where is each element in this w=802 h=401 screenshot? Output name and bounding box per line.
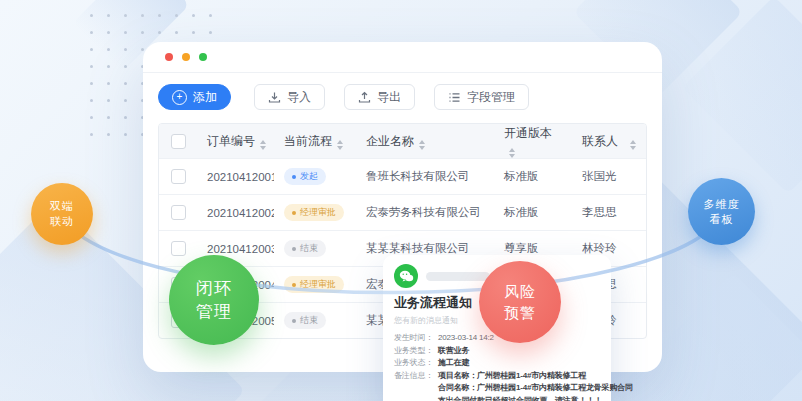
badge-text: 管理 (196, 300, 232, 323)
field-value: 2023-03-14 14:2 (438, 332, 494, 345)
notification-fields: 发生时间：2023-03-14 14:2业务类型：联营业务业务状态：施工在建备注… (394, 332, 600, 401)
company-cell: 宏泰劳务科技有限公司 (356, 194, 494, 230)
export-button[interactable]: 导出 (344, 84, 415, 110)
canvas: 添加 导入 导出 (0, 0, 802, 401)
sort-icon[interactable] (260, 140, 266, 150)
field-manage-button-label: 字段管理 (467, 89, 515, 106)
maximize-window-icon[interactable] (199, 53, 207, 61)
status-badge: 结束 (284, 240, 326, 257)
bg-shape (682, 0, 802, 194)
close-window-icon[interactable] (165, 53, 173, 61)
badge-text: 预警 (504, 302, 536, 323)
toolbar: 添加 导入 导出 (143, 73, 662, 119)
field-value: 联营业务 (438, 345, 469, 358)
field-label: 业务状态： (394, 357, 438, 370)
badge-text: 看板 (710, 212, 734, 227)
status-badge: 发起 (284, 168, 326, 185)
row-checkbox[interactable] (171, 241, 186, 256)
header-company: 企业名称 (356, 124, 494, 158)
header-version: 开通版本 (494, 124, 572, 158)
feature-badge-dual-link: 双端 联动 (31, 183, 93, 245)
order-cell: 20210412001 (197, 158, 274, 194)
field-value: 项目名称：广州碧桂园1-4#市内精装修工程 (438, 370, 586, 383)
import-icon (268, 91, 281, 104)
table-row: 20210412001发起鲁班长科技有限公司标准版张国光 (159, 158, 646, 194)
notification-field: 备注信息：项目名称：广州碧桂园1-4#市内精装修工程 (394, 370, 600, 383)
sort-icon[interactable] (630, 140, 636, 150)
sort-icon[interactable] (337, 140, 343, 150)
status-badge: 经理审批 (284, 204, 344, 221)
window-titlebar (143, 42, 662, 73)
select-all-checkbox[interactable] (171, 134, 186, 149)
table-row: 20210412002经理审批宏泰劳务科技有限公司标准版李思思 (159, 194, 646, 230)
list-settings-icon (448, 91, 461, 104)
badge-text: 闭环 (196, 277, 232, 300)
add-button-label: 添加 (193, 89, 217, 106)
field-value: 支出合同付款已经超过合同收票，请注意！！！ (438, 395, 602, 401)
field-label: 备注信息： (394, 370, 438, 383)
field-label (394, 395, 438, 401)
feature-badge-risk-alert: 风险 预警 (479, 261, 561, 343)
badge-text: 联动 (50, 214, 74, 229)
company-cell: 鲁班长科技有限公司 (356, 158, 494, 194)
header-contact: 联系人 (572, 124, 646, 158)
sort-icon[interactable] (419, 140, 425, 150)
export-icon (358, 91, 371, 104)
status-badge: 经理审批 (284, 276, 344, 293)
import-button[interactable]: 导入 (254, 84, 325, 110)
field-manage-button[interactable]: 字段管理 (434, 84, 529, 110)
field-value: 施工在建 (438, 357, 469, 370)
feature-badge-dashboard: 多维度 看板 (688, 178, 755, 245)
sort-icon[interactable] (509, 148, 515, 158)
header-flow: 当前流程 (274, 124, 356, 158)
contact-cell: 张国光 (572, 158, 646, 194)
feature-badge-closed-loop: 闭环 管理 (169, 255, 259, 345)
plus-circle-icon (172, 90, 187, 105)
contact-cell: 李思思 (572, 194, 646, 230)
field-label: 发生时间： (394, 332, 438, 345)
export-button-label: 导出 (377, 89, 401, 106)
minimize-window-icon[interactable] (182, 53, 190, 61)
status-badge: 结束 (284, 312, 326, 329)
row-checkbox[interactable] (171, 205, 186, 220)
badge-text: 双端 (50, 199, 74, 214)
row-checkbox[interactable] (171, 169, 186, 184)
notification-field: 合同名称：广州碧桂园1-4#市内精装修工程龙骨采购合同 (394, 382, 600, 395)
badge-text: 风险 (504, 281, 536, 302)
version-cell: 标准版 (494, 194, 572, 230)
badge-text: 多维度 (704, 197, 740, 212)
wechat-icon (394, 264, 418, 288)
notification-field: 业务状态：施工在建 (394, 357, 600, 370)
notification-field: 业务类型：联营业务 (394, 345, 600, 358)
field-value: 合同名称：广州碧桂园1-4#市内精装修工程龙骨采购合同 (438, 382, 633, 395)
add-button[interactable]: 添加 (158, 84, 231, 110)
table-header-row: 订单编号 当前流程 企业名称 开通版本 联系人 (159, 124, 646, 158)
import-button-label: 导入 (287, 89, 311, 106)
sender-placeholder (426, 272, 490, 281)
field-label (394, 382, 438, 395)
header-order: 订单编号 (197, 124, 274, 158)
field-label: 业务类型： (394, 345, 438, 358)
notification-field: 支出合同付款已经超过合同收票，请注意！！！ (394, 395, 600, 401)
order-cell: 20210412002 (197, 194, 274, 230)
version-cell: 标准版 (494, 158, 572, 194)
